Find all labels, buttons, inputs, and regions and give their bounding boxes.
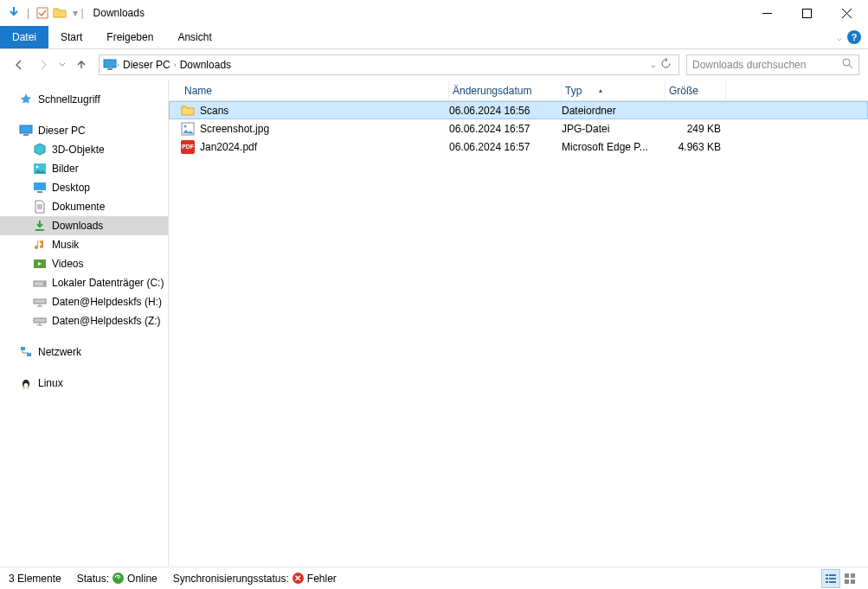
tree-label: Netzwerk (38, 346, 81, 358)
pdf-file-icon: PDF (181, 140, 195, 154)
status-item-count: 3 Elemente (9, 573, 61, 585)
svg-point-23 (24, 383, 29, 388)
svg-rect-28 (826, 578, 828, 579)
nav-back-button[interactable] (9, 54, 29, 75)
tree-drive-z[interactable]: Daten@Helpdeskfs (Z:) (0, 311, 168, 330)
tree-label: Downloads (52, 220, 103, 232)
nav-row: › Dieser PC › Downloads ⌵ Downloads durc… (0, 49, 868, 80)
tree-quick-access[interactable]: Schnellzugriff (0, 90, 168, 109)
header-type[interactable]: Typ ▴ (562, 80, 665, 100)
header-name[interactable]: Name (181, 80, 449, 100)
tree-videos[interactable]: Videos (0, 254, 168, 273)
svg-point-12 (36, 166, 39, 169)
file-row[interactable]: Scans 06.06.2024 16:56 Dateiordner (169, 101, 868, 119)
nav-up-button[interactable] (71, 54, 92, 75)
svg-rect-35 (851, 579, 855, 584)
online-icon (113, 573, 124, 584)
tree-this-pc[interactable]: Dieser PC (0, 121, 168, 140)
download-icon (33, 219, 47, 233)
tree-pictures[interactable]: Bilder (0, 159, 168, 178)
file-type: JPG-Datei (562, 123, 665, 135)
file-row[interactable]: PDF Jan2024.pdf 06.06.2024 16:57 Microso… (169, 138, 868, 156)
tree-3d-objects[interactable]: 3D-Objekte (0, 140, 168, 159)
tree-downloads[interactable]: Downloads (0, 216, 168, 235)
svg-point-17 (43, 283, 45, 285)
refresh-icon[interactable] (660, 58, 672, 72)
image-file-icon (181, 122, 195, 136)
maximize-button[interactable] (787, 0, 826, 26)
address-bar[interactable]: › Dieser PC › Downloads ⌵ (99, 54, 679, 75)
file-list: Name Änderungsdatum Typ ▴ Größe Scans 06… (169, 80, 868, 567)
file-date: 06.06.2024 16:57 (449, 123, 562, 135)
tab-start[interactable]: Start (48, 26, 94, 48)
drive-icon (33, 276, 47, 290)
svg-rect-13 (34, 182, 46, 190)
search-input[interactable]: Downloads durchsuchen (686, 54, 859, 75)
status-bar: 3 Elemente Status: Online Synchronisieru… (0, 567, 868, 589)
tree-label: Daten@Helpdeskfs (Z:) (52, 315, 161, 327)
tux-icon (19, 376, 33, 390)
tree-music[interactable]: Musik (0, 235, 168, 254)
document-icon (33, 200, 47, 214)
svg-rect-26 (826, 574, 828, 576)
header-size[interactable]: Größe (665, 80, 726, 100)
tree-drive-c[interactable]: Lokaler Datenträger (C:) (0, 273, 168, 292)
file-date: 06.06.2024 16:56 (449, 105, 562, 117)
file-size: 249 KB (665, 123, 726, 135)
close-button[interactable] (826, 0, 866, 26)
status-sync: Synchronisierungsstatus: ✕ Fehler (173, 573, 337, 585)
network-drive-icon (33, 295, 47, 309)
separator: ▾ | (73, 7, 83, 19)
ribbon-collapse-icon[interactable]: ⌵ (837, 33, 842, 42)
svg-rect-14 (37, 191, 42, 193)
svg-rect-5 (104, 60, 116, 67)
title-bar: | ▾ | Downloads (0, 0, 868, 26)
search-placeholder: Downloads durchsuchen (692, 59, 806, 71)
svg-point-7 (843, 59, 850, 66)
star-icon (19, 93, 33, 106)
column-headers: Name Änderungsdatum Typ ▴ Größe (169, 80, 868, 101)
tab-view[interactable]: Ansicht (165, 26, 223, 48)
file-name: Scans (200, 105, 228, 117)
nav-tree[interactable]: Schnellzugriff Dieser PC 3D-Objekte Bild… (0, 80, 169, 567)
svg-rect-9 (20, 125, 32, 133)
monitor-icon (19, 124, 33, 138)
tree-label: 3D-Objekte (52, 144, 105, 156)
tree-desktop[interactable]: Desktop (0, 178, 168, 197)
tree-label: Schnellzugriff (38, 93, 100, 106)
tree-drive-h[interactable]: Daten@Helpdeskfs (H:) (0, 292, 168, 311)
nav-history-dropdown[interactable] (57, 54, 68, 75)
window-title: Downloads (93, 7, 747, 19)
tree-network[interactable]: Netzwerk (0, 343, 168, 362)
tab-share[interactable]: Freigeben (94, 26, 165, 48)
tree-label: Desktop (52, 182, 90, 194)
view-large-button[interactable] (840, 569, 859, 588)
breadcrumb-current[interactable]: Downloads (177, 59, 235, 71)
status-online: Status: Online (77, 573, 158, 585)
svg-rect-0 (37, 8, 48, 18)
tree-documents[interactable]: Dokumente (0, 197, 168, 216)
svg-rect-33 (851, 573, 855, 578)
breadcrumb-root[interactable]: Dieser PC (119, 59, 174, 71)
svg-rect-6 (107, 68, 113, 70)
checkbox-icon[interactable] (35, 6, 49, 20)
file-row[interactable]: Screenshot.jpg 06.06.2024 16:57 JPG-Date… (169, 119, 868, 138)
separator: | (27, 7, 29, 19)
tree-label: Dokumente (52, 201, 105, 213)
network-drive-icon (33, 314, 47, 328)
svg-rect-18 (34, 299, 46, 304)
tree-linux[interactable]: Linux (0, 374, 168, 393)
desktop-icon (33, 181, 47, 195)
address-monitor-icon (103, 58, 117, 72)
tab-file[interactable]: Datei (0, 26, 48, 48)
picture-icon (33, 162, 47, 176)
tree-label: Linux (38, 377, 63, 389)
help-icon[interactable]: ? (847, 30, 861, 44)
header-date[interactable]: Änderungsdatum (449, 80, 562, 100)
nav-forward-button[interactable] (33, 54, 54, 75)
minimize-button[interactable] (747, 0, 787, 26)
view-details-button[interactable] (821, 569, 840, 588)
address-dropdown-icon[interactable]: ⌵ (651, 61, 655, 69)
file-type: Microsoft Edge P... (562, 141, 665, 153)
svg-rect-20 (21, 347, 25, 350)
